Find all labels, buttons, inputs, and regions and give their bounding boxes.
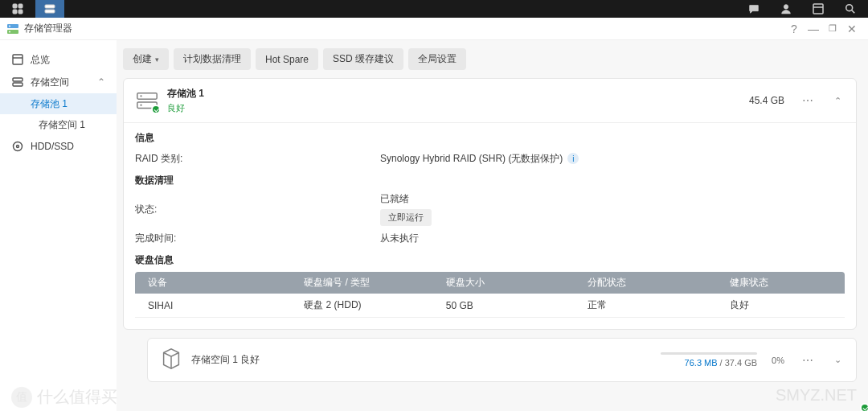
- storage-manager-window: 存储管理器 ? — ❐ ✕ 总览 存储空间 ⌃ 存储池 1 存储空间 1 HDD…: [0, 18, 868, 411]
- sidebar-label: 存储空间: [31, 76, 69, 89]
- raid-type-value: Synology Hybrid RAID (SHR) (无数据保护): [380, 152, 563, 166]
- total-value: 37.4 GB: [725, 358, 757, 368]
- caret-down-icon: ▾: [155, 55, 159, 64]
- info-heading: 信息: [135, 131, 845, 145]
- sidebar-label: HDD/SSD: [31, 141, 74, 152]
- svg-rect-18: [13, 83, 23, 86]
- status-ok-badge: [860, 403, 868, 411]
- td-health: 良好: [717, 294, 845, 318]
- pool-header: 存储池 1 良好 45.4 GB ⋯ ⌃: [124, 79, 856, 122]
- volume-title: 存储空间 1: [191, 354, 238, 365]
- more-actions-icon[interactable]: ⋯: [799, 94, 817, 107]
- collapse-icon[interactable]: ⌃: [831, 96, 845, 106]
- svg-point-6: [784, 5, 788, 9]
- pool-icon: [135, 88, 159, 113]
- svg-rect-3: [18, 10, 23, 14]
- user-icon[interactable]: [772, 0, 800, 18]
- state-value: 已就绪: [380, 192, 409, 206]
- td-slot: 硬盘 2 (HDD): [291, 294, 433, 318]
- raid-type-label: RAID 类别:: [135, 152, 380, 166]
- main-content: 创建▾ 计划数据清理 Hot Spare SSD 缓存建议 全局设置 存储池 1…: [117, 40, 868, 411]
- svg-line-10: [852, 10, 855, 14]
- usage-pct: 0%: [772, 356, 784, 365]
- sidebar-label: 总览: [31, 53, 50, 67]
- expand-icon[interactable]: ⌄: [831, 355, 845, 365]
- volume-panel: 存储空间 1 良好 76.3 MB / 37.4 GB 0% ⋯ ⌄: [147, 338, 857, 382]
- minimize-button[interactable]: —: [804, 19, 823, 39]
- more-actions-icon[interactable]: ⋯: [799, 354, 817, 367]
- svg-point-13: [9, 25, 10, 27]
- overview-icon: [11, 53, 24, 66]
- window-title: 存储管理器: [24, 22, 72, 35]
- volume-icon: [159, 347, 183, 373]
- global-settings-button[interactable]: 全局设置: [408, 48, 466, 70]
- svg-rect-1: [18, 4, 23, 8]
- hot-spare-button[interactable]: Hot Spare: [256, 48, 318, 70]
- svg-rect-5: [45, 10, 55, 13]
- pool-status: 良好: [167, 102, 204, 114]
- volume-status: 良好: [240, 354, 260, 365]
- maximize-button[interactable]: ❐: [823, 19, 842, 39]
- storage-pool-panel: 存储池 1 良好 45.4 GB ⋯ ⌃ 信息 RAID 类别: Synolog: [123, 78, 857, 330]
- svg-point-19: [14, 142, 23, 151]
- sidebar-item-overview[interactable]: 总览: [0, 48, 117, 71]
- finish-time-value: 从未执行: [380, 232, 419, 245]
- svg-rect-0: [13, 4, 17, 8]
- volume-header: 存储空间 1 良好 76.3 MB / 37.4 GB 0% ⋯ ⌄: [148, 339, 856, 381]
- pool-title: 存储池 1: [167, 87, 204, 101]
- window-titlebar: 存储管理器 ? — ❐ ✕: [0, 18, 868, 40]
- finish-time-label: 完成时间:: [135, 232, 380, 245]
- table-row[interactable]: SIHAI 硬盘 2 (HDD) 50 GB 正常 良好: [135, 294, 845, 318]
- search-icon[interactable]: [836, 0, 865, 18]
- app-icon: [6, 23, 19, 35]
- sidebar-item-pool1[interactable]: 存储池 1: [0, 93, 117, 114]
- svg-rect-15: [13, 55, 23, 64]
- th-size: 硬盘大小: [433, 272, 575, 294]
- svg-rect-7: [813, 4, 823, 14]
- pool-body: 信息 RAID 类别: Synology Hybrid RAID (SHR) (…: [124, 122, 856, 329]
- td-alloc: 正常: [575, 294, 717, 318]
- help-button[interactable]: ?: [784, 19, 804, 39]
- used-value: 76.3 MB: [685, 358, 718, 368]
- hdd-icon: [11, 140, 24, 153]
- ssd-advice-button[interactable]: SSD 缓存建议: [323, 48, 403, 70]
- svg-rect-2: [13, 10, 17, 14]
- svg-point-23: [140, 95, 141, 97]
- disk-table: 设备 硬盘编号 / 类型 硬盘大小 分配状态 健康状态 SIHAI 硬盘 2 (…: [135, 272, 845, 318]
- th-alloc: 分配状态: [575, 272, 717, 294]
- apps-grid-icon[interactable]: [3, 0, 32, 18]
- usage-bar: [661, 352, 757, 355]
- td-size: 50 GB: [433, 294, 575, 318]
- storage-icon: [11, 76, 24, 88]
- sidebar-item-storage[interactable]: 存储空间 ⌃: [0, 71, 117, 93]
- info-icon[interactable]: i: [567, 153, 579, 164]
- chat-icon[interactable]: [739, 0, 768, 18]
- run-now-button[interactable]: 立即运行: [380, 209, 432, 226]
- svg-rect-4: [45, 5, 55, 8]
- create-button[interactable]: 创建▾: [123, 48, 169, 70]
- svg-point-9: [846, 5, 853, 11]
- disk-info-heading: 硬盘信息: [135, 253, 845, 267]
- svg-rect-17: [13, 78, 23, 81]
- usage-text: 76.3 MB / 37.4 GB: [685, 358, 758, 368]
- storage-manager-taskbar-icon[interactable]: [35, 0, 64, 18]
- scrub-heading: 数据清理: [135, 174, 845, 187]
- svg-point-24: [140, 105, 141, 106]
- th-health: 健康状态: [717, 272, 845, 294]
- widget-icon[interactable]: [804, 0, 833, 18]
- svg-point-14: [9, 31, 10, 32]
- sidebar-item-volume1[interactable]: 存储空间 1: [0, 114, 117, 135]
- state-label: 状态:: [135, 203, 380, 216]
- desktop-taskbar: [0, 0, 868, 18]
- svg-point-20: [17, 146, 19, 148]
- th-slot: 硬盘编号 / 类型: [291, 272, 433, 294]
- pool-size: 45.4 GB: [749, 95, 784, 106]
- sidebar-item-hdd-ssd[interactable]: HDD/SSD: [0, 135, 117, 158]
- scrub-schedule-button[interactable]: 计划数据清理: [174, 48, 251, 70]
- th-device: 设备: [135, 272, 291, 294]
- td-device: SIHAI: [135, 294, 291, 318]
- close-button[interactable]: ✕: [842, 19, 862, 39]
- toolbar: 创建▾ 计划数据清理 Hot Spare SSD 缓存建议 全局设置: [123, 48, 857, 70]
- sidebar: 总览 存储空间 ⌃ 存储池 1 存储空间 1 HDD/SSD: [0, 40, 117, 411]
- chevron-up-icon: ⌃: [97, 76, 105, 88]
